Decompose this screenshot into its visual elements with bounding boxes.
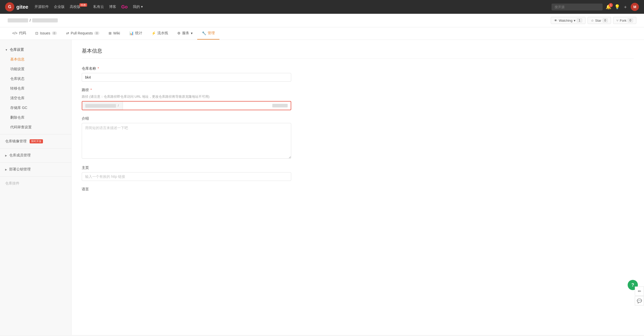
nav-go[interactable]: Go — [121, 4, 128, 10]
path-prefix-blur — [85, 104, 116, 108]
sidebar-section-repo-settings[interactable]: ▼ 仓库设置 — [0, 45, 71, 55]
sidebar: ▼ 仓库设置 基本信息 功能设置 仓库状态 转移仓库 清空仓库 存储库 GC 删… — [0, 40, 72, 335]
sidebar-divider-2 — [0, 148, 71, 148]
eye-icon: 👁 — [554, 19, 557, 22]
stats-icon: 📊 — [129, 31, 134, 35]
main-layout: ▼ 仓库设置 基本信息 功能设置 仓库状态 转移仓库 清空仓库 存储库 GC 删… — [0, 40, 644, 335]
nav-opensource[interactable]: 开源软件 — [34, 5, 49, 9]
homepage-input[interactable] — [82, 172, 291, 181]
sidebar-divider-4 — [0, 176, 71, 177]
star-icon: ☆ — [591, 19, 594, 22]
arrow-right-icon-members: ▶ — [5, 154, 7, 157]
repo-name-input[interactable] — [82, 73, 291, 82]
logo[interactable]: G gitee — [5, 2, 28, 11]
sidebar-item-delete[interactable]: 删除仓库 — [0, 113, 71, 122]
fork-icon: ⑂ — [616, 19, 618, 22]
form-group-repo-name: 仓库名称 * — [82, 66, 291, 82]
sidebar-item-gc[interactable]: 存储库 GC — [0, 103, 71, 113]
nav-enterprise[interactable]: 企业版 — [54, 5, 65, 9]
repo-header: / 👁 Watching ▾ 1 ☆ Star 0 ⑂ Fork 0 — [0, 14, 644, 27]
wiki-icon: ⊞ — [109, 31, 112, 35]
repo-tabs: </> 代码 ⊡ Issues 0 ⇄ Pull Requests 0 ⊞ Wi… — [0, 27, 644, 40]
watching-dropdown-icon: ▾ — [574, 19, 576, 22]
watching-label: Watching — [559, 19, 572, 22]
sidebar-item-mirror[interactable]: 仓库镜像管理 限时开放 — [0, 136, 71, 146]
tab-pipeline[interactable]: ⚡ 流水线 — [147, 27, 173, 40]
arrow-right-icon-keys: ▶ — [5, 168, 7, 171]
tab-services[interactable]: ⚙ 服务 ▾ — [173, 27, 197, 40]
breadcrumb-repo — [32, 18, 58, 22]
university-badge: 特惠 — [79, 3, 87, 7]
notification-badge: 1 — [609, 3, 613, 7]
sidebar-item-hooks: 仓库挂件 — [0, 179, 71, 188]
repo-name-label: 仓库名称 * — [82, 66, 291, 71]
tab-code[interactable]: </> 代码 — [8, 27, 31, 40]
star-count: 0 — [603, 18, 608, 22]
sidebar-item-deploy-keys[interactable]: ▶ 部署公钥管理 — [0, 165, 71, 174]
tab-stats[interactable]: 📊 统计 — [125, 27, 147, 40]
watching-count: 1 — [577, 18, 582, 22]
form-group-language: 语言 — [82, 187, 291, 192]
pr-icon: ⇄ — [66, 31, 69, 35]
bulb-button[interactable]: 💡 — [614, 4, 620, 10]
fork-button[interactable]: ⑂ Fork 0 — [613, 17, 636, 24]
nav-right: 🔔 1 💡 ＋ M — [552, 3, 639, 11]
code-icon: </> — [12, 31, 17, 35]
side-fab-group: ✏ 💬 — [635, 287, 644, 305]
fork-count: 0 — [628, 18, 633, 22]
pr-badge: 0 — [94, 31, 99, 35]
sidebar-item-repo-status[interactable]: 仓库状态 — [0, 74, 71, 84]
search-input[interactable] — [552, 4, 603, 10]
language-label: 语言 — [82, 187, 291, 192]
tab-wiki[interactable]: ⊞ Wiki — [104, 27, 124, 40]
path-label: 路径 * — [82, 88, 291, 92]
required-indicator-name: * — [98, 66, 99, 70]
avatar-button[interactable]: M — [631, 3, 639, 11]
description-textarea[interactable] — [82, 123, 291, 159]
pipeline-icon: ⚡ — [151, 31, 156, 35]
add-button[interactable]: ＋ — [623, 4, 628, 10]
chat-fab-button[interactable]: 💬 — [635, 296, 644, 305]
notification-button[interactable]: 🔔 1 — [606, 4, 611, 10]
sidebar-item-features[interactable]: 功能设置 — [0, 64, 71, 74]
form-group-homepage: 主页 — [82, 166, 291, 181]
path-input[interactable] — [123, 102, 272, 110]
issues-icon: ⊡ — [35, 31, 38, 35]
description-label: 介绍 — [82, 116, 291, 121]
top-navigation: G gitee 开源软件 企业版 高校版特惠 私有云 博客 Go 我的 ▾ 🔔 … — [0, 0, 644, 14]
path-input-wrapper: / — [82, 101, 291, 110]
tab-issues[interactable]: ⊡ Issues 0 — [31, 27, 62, 40]
form-group-description: 介绍 — [82, 116, 291, 159]
path-prefix: / — [82, 102, 123, 110]
tab-manage[interactable]: 🔧 管理 — [197, 27, 219, 40]
edit-fab-button[interactable]: ✏ — [635, 287, 644, 296]
sidebar-divider-3 — [0, 162, 71, 163]
nav-links: 开源软件 企业版 高校版特惠 私有云 博客 Go 我的 ▾ — [34, 4, 545, 10]
breadcrumb-owner — [8, 18, 28, 22]
form-group-path: 路径 * 路径 (请注意：仓库路径即仓库访问 URL 地址，更改仓库路径将导致原… — [82, 88, 291, 110]
path-hint: 路径 (请注意：仓库路径即仓库访问 URL 地址，更改仓库路径将导致原克隆地址不… — [82, 94, 291, 99]
path-suffix-blur — [272, 104, 288, 107]
issues-badge: 0 — [52, 31, 57, 35]
logo-icon: G — [5, 2, 14, 11]
services-dropdown-icon: ▾ — [191, 31, 193, 35]
nav-mine[interactable]: 我的 ▾ — [133, 5, 143, 9]
repo-actions: 👁 Watching ▾ 1 ☆ Star 0 ⑂ Fork 0 — [551, 17, 636, 24]
page-title: 基本信息 — [82, 47, 634, 59]
tab-pullrequests[interactable]: ⇄ Pull Requests 0 — [62, 27, 104, 40]
nav-private-cloud[interactable]: 私有云 — [93, 5, 104, 9]
sidebar-item-clear[interactable]: 清空仓库 — [0, 93, 71, 103]
star-label: Star — [595, 19, 601, 22]
sidebar-item-basic-info[interactable]: 基本信息 — [0, 55, 71, 64]
content-area: 基本信息 仓库名称 * 路径 * 路径 (请注意：仓库路径即仓库访问 URL 地… — [72, 40, 644, 335]
sidebar-item-code-review[interactable]: 代码审查设置 — [0, 122, 71, 132]
nav-university[interactable]: 高校版特惠 — [70, 5, 88, 9]
nav-blog[interactable]: 博客 — [109, 5, 116, 9]
basic-info-form: 仓库名称 * 路径 * 路径 (请注意：仓库路径即仓库访问 URL 地址，更改仓… — [82, 66, 291, 192]
sidebar-item-members[interactable]: ▶ 仓库成员管理 — [0, 151, 71, 160]
star-button[interactable]: ☆ Star 0 — [588, 17, 611, 24]
logo-text: gitee — [16, 4, 28, 10]
sidebar-item-transfer[interactable]: 转移仓库 — [0, 84, 71, 93]
watching-button[interactable]: 👁 Watching ▾ 1 — [551, 17, 585, 24]
required-indicator-path: * — [90, 88, 92, 92]
